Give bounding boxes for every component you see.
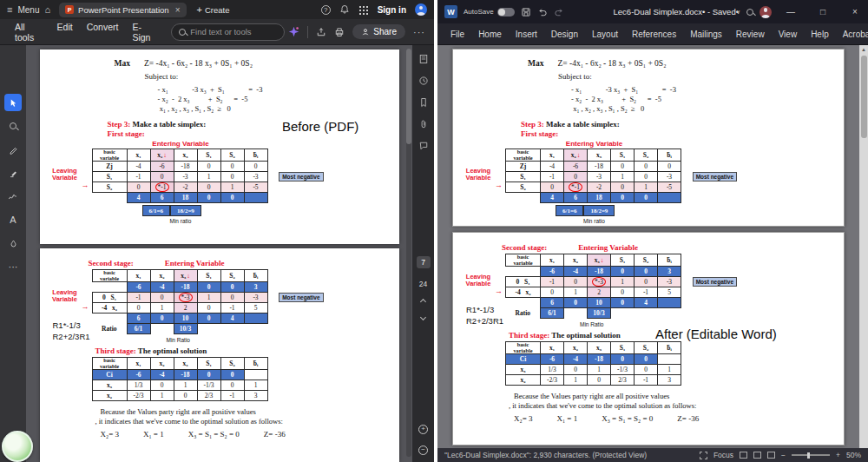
save-icon[interactable] <box>521 7 531 17</box>
ribbon-tab-mailings[interactable]: Mailings <box>684 27 728 42</box>
focus-icon[interactable] <box>700 452 707 459</box>
acrobat-scrollbar-thumb[interactable] <box>406 49 411 144</box>
print-layout-icon[interactable] <box>753 452 761 459</box>
word-page-1[interactable]: MaxZ= -4x₁ - 6x₂ - 18 x₃ + 0S₁ + 0S₂Subj… <box>452 49 845 227</box>
history-icon[interactable] <box>418 76 429 86</box>
ribbon-tab-acrobat[interactable]: Acrobat <box>837 27 868 42</box>
toolbar-item-all-tools[interactable]: All tools <box>9 19 49 45</box>
read-mode-icon[interactable] <box>740 452 747 459</box>
second-stage-label: Second stage: <box>89 259 134 267</box>
toolbar-item-e-sign[interactable]: E-Sign <box>126 19 162 45</box>
close-button[interactable]: × <box>842 0 868 23</box>
zoom-level[interactable]: 50% <box>846 451 861 459</box>
ribbon-tab-layout[interactable]: Layout <box>586 27 624 42</box>
word-scrollbar[interactable]: ▲ <box>859 45 868 448</box>
zoom-slider-knob[interactable] <box>807 452 810 459</box>
ratio-cell <box>564 308 588 319</box>
sign-in-button[interactable]: Sign in <box>378 5 406 15</box>
current-page-badge[interactable]: 7 <box>417 256 431 268</box>
ribbon-tab-design[interactable]: Design <box>545 27 584 42</box>
search-box[interactable] <box>171 23 285 41</box>
stage2-table-block: basic variablex₁x₂x₃↓S₁S₂b̄ᵢ-6-4-180030 … <box>92 269 270 334</box>
simplex-table-stage3: basic variablex₁x₂x₃S₁S₂b̄ᵢCi-6-4-1800x₃… <box>92 357 268 401</box>
acrobat-avatar[interactable] <box>415 3 427 16</box>
header-cell: S₂ <box>220 358 244 370</box>
pdf-page-slide1[interactable]: MaxZ= -4x₁ - 6x₂ - 18 x₃ + 0S₁ + 0S₂Subj… <box>40 50 399 244</box>
undo-icon[interactable] <box>537 7 548 17</box>
menu-button[interactable]: Menu <box>17 5 39 15</box>
page-thumbnails-icon[interactable] <box>418 54 429 64</box>
constraints: - x₁ -3 x₃ + S₁ = -3- x₂ - 2 x₃ + S₂ = -… <box>571 85 844 114</box>
more-tools-icon[interactable]: ··· <box>4 258 22 275</box>
acrobat-scrollbar[interactable] <box>406 49 411 457</box>
row-label-cell <box>506 267 541 277</box>
header-cell: S₂ <box>635 254 658 267</box>
scroll-up-icon[interactable]: ▲ <box>859 45 868 54</box>
bookmarks-icon[interactable] <box>418 97 429 108</box>
fill-sign-tool[interactable] <box>4 234 22 252</box>
add-text-tool[interactable]: A <box>4 211 22 228</box>
ribbon-tab-home[interactable]: Home <box>472 27 508 42</box>
header-cell: x₃ <box>174 149 197 162</box>
zoom-in-control[interactable]: + <box>836 451 840 459</box>
close-tab-icon[interactable]: × <box>175 5 181 15</box>
hamburger-menu-icon[interactable]: ≡ <box>7 4 12 15</box>
ratio-cell: 6/1=6 <box>142 205 170 216</box>
toolbar-item-convert[interactable]: Convert <box>81 19 125 45</box>
share-button[interactable]: Share <box>352 24 405 39</box>
acrobat-toolbar: All toolsEditConvertE-Sign <box>0 19 434 45</box>
apps-grid-icon[interactable] <box>359 6 361 8</box>
redo-icon[interactable] <box>554 7 564 17</box>
value-cell: -5 <box>244 182 267 193</box>
signature-tool[interactable] <box>4 188 22 205</box>
ribbon-tab-file[interactable]: File <box>444 27 470 42</box>
word-avatar[interactable] <box>760 6 772 18</box>
document-tab[interactable]: P PowerPoint Presentation × <box>59 3 186 17</box>
select-tool[interactable] <box>4 94 22 111</box>
ribbon-tab-view[interactable]: View <box>773 27 804 42</box>
ribbon-tab-insert[interactable]: Insert <box>510 27 543 42</box>
zoom-slider[interactable] <box>792 454 830 456</box>
autosave-control[interactable]: AutoSave <box>464 8 515 16</box>
row-label-cell <box>92 193 127 203</box>
min-ratio-label: Min ratio <box>170 218 399 224</box>
more-options-icon[interactable]: ··· <box>413 27 425 37</box>
autosave-toggle[interactable] <box>497 8 515 16</box>
web-layout-icon[interactable] <box>767 452 775 459</box>
zoom-in-icon[interactable]: + <box>418 425 428 434</box>
highlight-tool[interactable] <box>4 164 22 182</box>
word-search-icon[interactable] <box>746 9 753 16</box>
word-scrollbar-thumb[interactable] <box>861 56 867 138</box>
pdf-page-slide2[interactable]: Second stage:Entering Variablebasic vari… <box>40 248 399 462</box>
search-input[interactable] <box>190 27 277 36</box>
ai-assistant-icon[interactable] <box>288 26 299 37</box>
previous-page-icon[interactable] <box>420 299 426 305</box>
maximize-button[interactable]: □ <box>810 0 836 23</box>
create-button[interactable]: + Create <box>197 4 230 15</box>
zoom-out-control[interactable]: − <box>781 451 786 459</box>
ribbon-tab-references[interactable]: References <box>626 27 682 42</box>
help-icon[interactable]: ? <box>321 5 331 15</box>
export-icon[interactable] <box>316 27 326 37</box>
zoom-out-icon[interactable]: − <box>418 446 428 455</box>
floating-widget-icon[interactable] <box>2 431 33 462</box>
title-chevron-icon[interactable]: ∨ <box>736 9 740 16</box>
notifications-bell-icon[interactable] <box>339 4 350 15</box>
toolbar-item-edit[interactable]: Edit <box>51 19 79 45</box>
ribbon-tab-review[interactable]: Review <box>730 27 771 42</box>
ci-row: Ci-6-4-1800 <box>92 370 267 380</box>
attachments-icon[interactable] <box>418 119 429 129</box>
zoom-tool[interactable] <box>4 117 22 135</box>
next-page-icon[interactable] <box>420 314 426 320</box>
ribbon-tab-help[interactable]: Help <box>805 27 835 42</box>
comments-icon[interactable] <box>418 141 429 151</box>
value-cell: 3 <box>244 282 267 293</box>
print-icon[interactable] <box>334 27 345 37</box>
word-page-2[interactable]: Second stage:Entering Variablebasic vari… <box>452 232 845 446</box>
home-icon[interactable]: ⌂ <box>44 4 50 15</box>
minimize-button[interactable]: — <box>778 0 804 23</box>
value-cell: -3 <box>244 293 267 303</box>
pivot-cell-value: *-3 <box>179 293 193 302</box>
annotate-pen-tool[interactable] <box>4 141 22 158</box>
focus-label[interactable]: Focus <box>713 451 733 459</box>
